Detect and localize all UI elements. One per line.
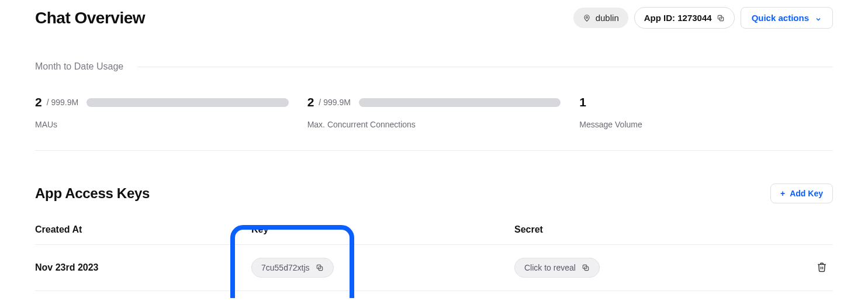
maus-progress-bar (87, 98, 289, 107)
region-label: dublin (596, 13, 619, 23)
copy-icon[interactable] (316, 264, 324, 272)
table-header: Created At Key Secret (35, 224, 833, 245)
connections-progress-bar (359, 98, 561, 107)
copy-icon[interactable] (717, 14, 725, 22)
page-title: Chat Overview (35, 9, 145, 27)
header-actions: dublin App ID: 1273044 Quick actions (573, 7, 833, 29)
key-chip[interactable]: 7cu55d72xtjs (251, 258, 334, 278)
reveal-secret-chip[interactable]: Click to reveal (514, 258, 600, 278)
divider (137, 67, 833, 67)
maus-label: MAUs (35, 120, 289, 129)
maus-value: 2 (35, 95, 42, 109)
usage-section-label: Month to Date Usage (35, 61, 123, 72)
cell-created-at: Nov 23rd 2023 (35, 262, 251, 273)
column-secret: Secret (514, 224, 798, 235)
cell-key: 7cu55d72xtjs (251, 258, 514, 278)
app-access-keys-section: App Access Keys + Add Key Created At Key… (35, 184, 833, 291)
cell-secret: Click to reveal (514, 258, 798, 278)
app-access-keys-title: App Access Keys (35, 185, 150, 202)
maus-max: / 999.9M (47, 98, 78, 107)
delete-key-button[interactable] (814, 259, 829, 276)
volume-label: Message Volume (579, 120, 833, 129)
quick-actions-button[interactable]: Quick actions (741, 7, 833, 29)
volume-value: 1 (579, 95, 586, 109)
app-id-pill[interactable]: App ID: 1273044 (634, 7, 735, 29)
quick-actions-label: Quick actions (752, 13, 809, 23)
copy-icon[interactable] (582, 264, 590, 272)
trash-icon (817, 262, 827, 272)
chevron-down-icon (815, 15, 822, 22)
access-keys-table: Created At Key Secret Nov 23rd 2023 7cu5… (35, 224, 833, 291)
column-key: Key (251, 224, 514, 235)
connections-label: Max. Concurrent Connections (307, 120, 561, 129)
connections-value: 2 (307, 95, 314, 109)
add-key-button[interactable]: + Add Key (770, 184, 833, 203)
key-value: 7cu55d72xtjs (261, 263, 310, 272)
connections-max: / 999.9M (319, 98, 350, 107)
plus-icon: + (780, 189, 785, 198)
region-pill[interactable]: dublin (573, 8, 628, 28)
table-row: Nov 23rd 2023 7cu55d72xtjs Click to reve… (35, 245, 833, 291)
svg-point-0 (586, 16, 587, 18)
add-key-label: Add Key (790, 189, 823, 198)
reveal-secret-label: Click to reveal (524, 263, 576, 272)
app-id-label: App ID: 1273044 (644, 13, 712, 23)
metric-maus: 2 / 999.9M MAUs (35, 95, 289, 129)
cell-actions (798, 259, 833, 276)
usage-section-header: Month to Date Usage (35, 61, 833, 72)
metric-volume: 1 Message Volume (579, 95, 833, 129)
usage-metrics: 2 / 999.9M MAUs 2 / 999.9M Max. Concurre… (35, 95, 833, 151)
location-pin-icon (583, 14, 591, 22)
column-created-at: Created At (35, 224, 251, 235)
metric-connections: 2 / 999.9M Max. Concurrent Connections (307, 95, 561, 129)
